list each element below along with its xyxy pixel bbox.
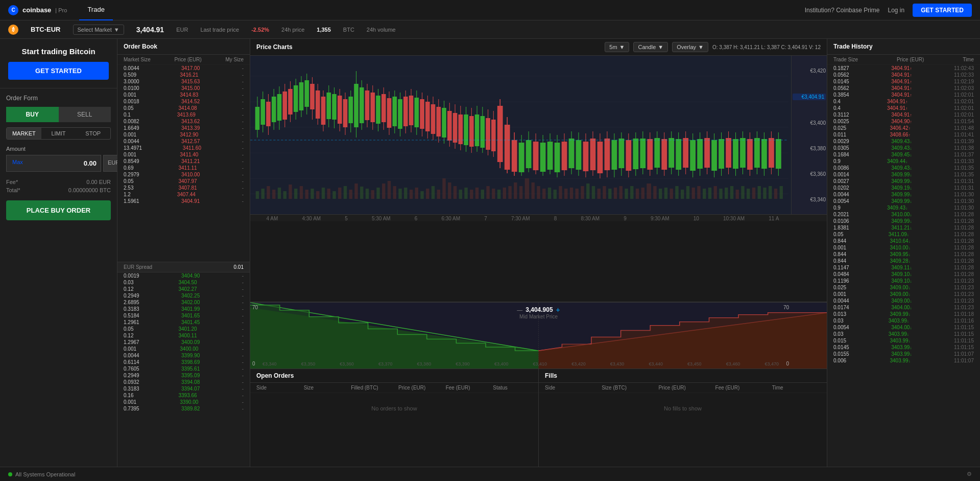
svg-rect-88: [708, 188, 711, 199]
market-order-tab[interactable]: MARKET: [7, 128, 41, 139]
trade-price: 3403.99↓: [890, 338, 910, 343]
order-book-ask-row[interactable]: 0.0013414.83-: [117, 91, 250, 98]
trade-price: 3403.99↓: [889, 318, 909, 324]
timeframe-dropdown[interactable]: 5m ▼: [605, 42, 629, 52]
ticker-change: -2.52%: [251, 27, 269, 33]
order-book-bid-row[interactable]: 0.31833401.99-: [117, 306, 250, 312]
order-book-ask-row[interactable]: 0.85493411.21-: [117, 158, 250, 165]
trade-size: 0.03: [833, 331, 843, 337]
svg-rect-15: [305, 190, 308, 199]
order-book-bid-row[interactable]: 0.123400.11-: [117, 332, 250, 339]
order-book-ask-row[interactable]: 1.23407.44-: [117, 191, 250, 198]
order-book-bid-row[interactable]: 0.31833394.07-: [117, 385, 250, 392]
ask-size: 1.6649: [124, 125, 139, 131]
ask-price: 3413.39: [181, 125, 200, 131]
order-book-ask-row[interactable]: 0.01003415.00-: [117, 85, 250, 91]
svg-rect-251: [711, 140, 717, 171]
order-book-ask-row[interactable]: 3.00003415.63-: [117, 78, 250, 85]
chart-type-dropdown[interactable]: Candle ▼: [633, 42, 668, 52]
order-book-bids: 0.00193404.90-0.033404.50-0.123402.27-0.…: [117, 272, 250, 469]
order-book-bid-row[interactable]: 0.29493402.25-: [117, 292, 250, 299]
svg-rect-111: [277, 94, 282, 121]
trade-price: 3404.00↓: [891, 325, 912, 330]
main-layout: Start trading Bitcoin GET STARTED Order …: [0, 39, 980, 481]
order-book-ask-row[interactable]: 1.66493413.39-: [117, 125, 250, 131]
arrow-down-icon: ↓: [910, 272, 912, 277]
max-link[interactable]: Max: [12, 159, 23, 165]
order-book-bid-row[interactable]: 1.29673400.09-: [117, 339, 250, 346]
order-book-bid-row[interactable]: 0.0013390.00-: [117, 399, 250, 405]
order-book-ask-row[interactable]: 0.053407.97-: [117, 178, 250, 185]
order-book-ask-row[interactable]: 0.00443417.00-: [117, 65, 250, 72]
charts-section: Price Charts 5m ▼ Candle ▼ Overlay ▼ O: …: [250, 39, 827, 302]
trade-size: 1.8381: [833, 225, 849, 231]
arrow-up-icon: ↑: [910, 113, 912, 118]
get-started-button[interactable]: GET STARTED: [913, 4, 972, 17]
svg-rect-98: [763, 188, 766, 199]
order-book-bid-row[interactable]: 0.61143398.69-: [117, 359, 250, 365]
bid-my-size: -: [242, 373, 244, 378]
buy-sell-tabs: BUY SELL: [6, 107, 111, 122]
sidebar-get-started-button[interactable]: GET STARTED: [8, 62, 109, 80]
ask-size: 0.8549: [124, 158, 139, 164]
order-book-bid-row[interactable]: 2.68953402.00-: [117, 299, 250, 306]
order-book-ask-row[interactable]: 0.13413.69-: [117, 111, 250, 118]
total-value: 0.00000000 BTC: [68, 187, 111, 193]
overlay-dropdown[interactable]: Overlay ▼: [672, 42, 708, 52]
trade-size: 0.011: [833, 132, 846, 138]
time-label-0: 4 AM: [267, 216, 278, 221]
order-book-bid-row[interactable]: 0.73953389.82-: [117, 405, 250, 412]
order-book-bid-row[interactable]: 0.00193404.90-: [117, 272, 250, 279]
order-book-ask-row[interactable]: 0.00443412.57-: [117, 138, 250, 145]
order-book-bid-row[interactable]: 1.29613401.45-: [117, 319, 250, 326]
stop-order-tab[interactable]: STOP: [76, 128, 110, 139]
order-book-ask-row[interactable]: 13.49713411.60-: [117, 145, 250, 151]
order-book-ask-row[interactable]: 0.0013412.90-: [117, 131, 250, 138]
svg-rect-10: [278, 188, 281, 199]
svg-rect-30: [388, 181, 391, 199]
institution-link[interactable]: Institution? Coinbase Prime: [805, 7, 880, 14]
trade-price: 3404.90↑: [891, 119, 912, 124]
limit-order-tab[interactable]: LIMIT: [41, 128, 76, 139]
order-book-bid-row[interactable]: 0.51843401.65-: [117, 312, 250, 319]
trade-time: 11:01:30: [954, 198, 974, 204]
order-book-ask-row[interactable]: 1.59613404.91-: [117, 198, 250, 204]
order-book-bid-row[interactable]: 0.0013400.00-: [117, 346, 250, 352]
bid-price: 3393.66: [178, 393, 197, 398]
trade-price: 3404.91↑: [891, 65, 912, 71]
order-book-ask-row[interactable]: 0.29793410.00-: [117, 171, 250, 178]
trade-size: 0.3854: [833, 92, 849, 98]
order-book-bid-row[interactable]: 0.123402.27-: [117, 286, 250, 292]
order-book-ask-row[interactable]: 0.00823413.62-: [117, 118, 250, 125]
order-book-bid-row[interactable]: 0.29493395.09-: [117, 372, 250, 379]
svg-rect-16: [310, 189, 314, 199]
order-book-bid-row[interactable]: 0.033404.50-: [117, 279, 250, 286]
buy-tab[interactable]: BUY: [6, 107, 59, 122]
svg-rect-159: [409, 96, 414, 125]
sell-tab[interactable]: SELL: [59, 107, 111, 122]
arrow-down-icon: ↓: [907, 319, 909, 324]
order-book-ask-row[interactable]: 2.533407.81-: [117, 185, 250, 191]
trade-history-row: 0.0113408.66↑11:01:41: [827, 131, 980, 138]
order-book-bid-row[interactable]: 0.00443399.90-: [117, 352, 250, 359]
svg-rect-67: [592, 186, 595, 199]
order-book-ask-row[interactable]: 0.0013411.40-: [117, 151, 250, 158]
svg-rect-129: [326, 93, 331, 119]
order-book-ask-row[interactable]: 0.693411.11-: [117, 165, 250, 171]
select-market-button[interactable]: Select Market ▼: [73, 25, 124, 35]
arrow-down-icon: ↓: [909, 359, 911, 363]
order-book-bid-row[interactable]: 0.163393.66-: [117, 392, 250, 399]
order-book-ask-row[interactable]: 0.00183414.52-: [117, 98, 250, 105]
svg-rect-61: [559, 186, 562, 199]
settings-icon[interactable]: ⚙: [967, 471, 972, 477]
place-order-button[interactable]: PLACE BUY ORDER: [6, 200, 111, 220]
bid-price: 3404.50: [178, 280, 197, 285]
svg-rect-141: [360, 87, 364, 123]
order-book-bid-row[interactable]: 0.76053395.61-: [117, 365, 250, 372]
order-book-ask-row[interactable]: 0.053414.08-: [117, 105, 250, 111]
login-button[interactable]: Log in: [888, 7, 905, 14]
order-book-bid-row[interactable]: 0.09323394.08-: [117, 379, 250, 385]
nav-tab-trade[interactable]: Trade: [79, 0, 112, 20]
order-book-bid-row[interactable]: 0.053401.20-: [117, 326, 250, 332]
order-book-ask-row[interactable]: 0.5093416.21-: [117, 72, 250, 78]
